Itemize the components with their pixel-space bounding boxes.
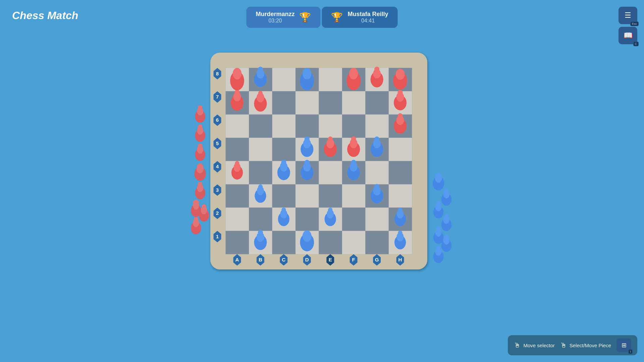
svg-point-183 [198,105,202,110]
players-bar: Murdermanzz 03:20 🏆 🏆 Mustafa Reilly 04:… [246,7,397,28]
svg-rect-210 [435,174,442,176]
svg-point-150 [258,91,263,95]
svg-text:5: 5 [216,140,219,146]
player2-time: 04:41 [361,18,375,24]
chess-board[interactable]: 8 7 6 5 4 3 2 1 A B C D E F [178,34,466,295]
svg-point-216 [436,201,441,205]
svg-rect-22 [319,115,342,138]
svg-rect-19 [249,115,272,138]
move-selector-hint: 🖱 Move selector [514,342,554,349]
svg-point-125 [305,136,310,141]
svg-point-116 [281,160,286,165]
svg-text:G: G [375,257,379,262]
board-squares [226,68,412,254]
game-title: Chess Match [12,9,78,22]
svg-rect-51 [249,207,272,231]
player1-panel: Murdermanzz 03:20 🏆 [246,7,320,28]
svg-rect-13 [296,91,319,114]
svg-rect-154 [234,69,240,71]
svg-rect-63 [342,231,365,254]
svg-point-135 [374,136,379,141]
svg-rect-101 [304,232,310,234]
svg-rect-49 [389,184,412,207]
svg-text:C: C [282,257,285,262]
move-selector-label: Move selector [523,343,554,348]
svg-rect-18 [226,115,249,138]
captured-blue [433,173,451,263]
svg-text:E: E [329,257,332,262]
svg-rect-60 [272,231,296,254]
svg-point-177 [351,136,356,141]
svg-rect-24 [365,115,388,138]
captured-red [191,105,209,234]
esc-key-hint: Esc [630,21,639,26]
svg-point-186 [198,124,202,129]
svg-rect-158 [351,69,357,71]
svg-rect-55 [342,207,365,231]
svg-rect-45 [296,184,319,207]
menu-button[interactable]: ☰ Esc [619,7,637,24]
svg-rect-165 [397,70,404,72]
player2-panel: 🏆 Mustafa Reilly 04:41 [322,7,397,28]
svg-text:2: 2 [216,210,219,216]
svg-point-171 [397,113,402,118]
last-move-button[interactable]: ⊞ I [616,339,631,352]
svg-rect-21 [296,115,319,138]
mouse-right-icon: 🖱 [560,342,567,349]
svg-point-219 [444,214,448,218]
svg-point-110 [328,207,332,212]
svg-text:8: 8 [216,71,219,76]
svg-point-180 [235,161,239,165]
player1-time: 03:20 [268,18,282,24]
svg-point-138 [374,184,379,189]
svg-point-228 [436,246,441,250]
svg-rect-58 [226,231,249,254]
svg-point-161 [374,67,379,72]
svg-rect-56 [365,207,388,231]
svg-point-147 [234,89,239,95]
svg-text:4: 4 [216,164,219,169]
svg-point-196 [198,182,202,186]
svg-point-203 [202,204,206,208]
svg-rect-23 [342,115,365,138]
svg-rect-200 [193,201,199,203]
svg-rect-15 [342,91,365,114]
svg-point-107 [281,207,286,212]
player2-icon: 🏆 [331,12,343,23]
player1-icon: 🏆 [299,12,311,23]
svg-rect-46 [319,184,342,207]
svg-text:B: B [259,257,262,262]
svg-rect-42 [226,184,249,207]
svg-point-113 [258,184,263,189]
svg-point-206 [194,217,198,221]
svg-text:7: 7 [216,94,219,100]
svg-rect-28 [272,138,296,161]
select-move-label: Select/Move Piece [570,343,611,348]
svg-rect-53 [296,207,319,231]
svg-point-174 [328,136,333,141]
svg-rect-41 [389,161,412,184]
svg-rect-4 [272,68,296,91]
rules-button[interactable]: 📖 C [619,27,637,44]
svg-rect-44 [272,184,296,207]
svg-point-222 [436,226,441,231]
svg-point-119 [305,160,310,165]
svg-rect-12 [272,91,296,114]
svg-rect-62 [319,231,342,254]
svg-point-189 [198,143,202,148]
svg-rect-33 [389,138,412,161]
svg-rect-6 [319,68,342,91]
svg-rect-47 [342,184,365,207]
svg-text:1: 1 [216,234,219,239]
svg-rect-26 [226,138,249,161]
bottom-controls-bar: 🖱 Move selector 🖱 Select/Move Piece ⊞ I [508,335,637,355]
svg-point-122 [351,160,356,165]
svg-rect-50 [226,207,249,231]
c-key-hint: C [633,42,639,46]
svg-rect-193 [197,165,203,167]
svg-text:A: A [235,257,239,262]
svg-point-104 [258,230,263,235]
svg-text:H: H [398,257,402,262]
player2-name: Mustafa Reilly [347,11,388,18]
svg-rect-64 [365,231,388,254]
